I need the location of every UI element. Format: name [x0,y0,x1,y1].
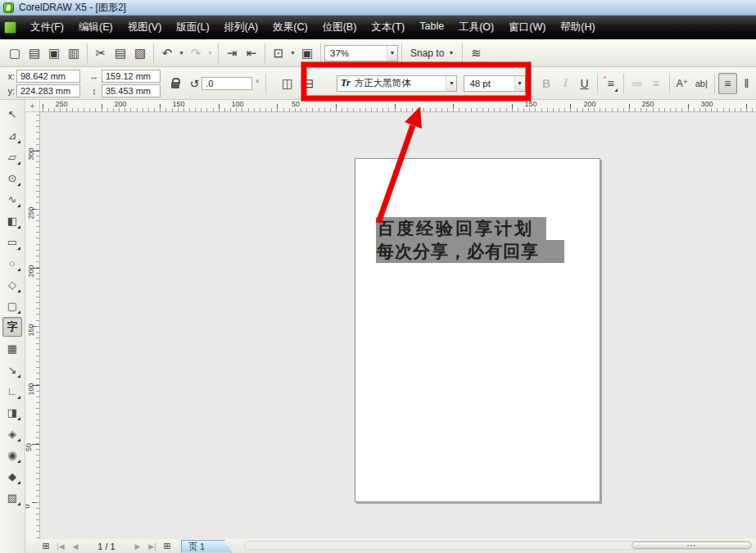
interactive-fill-tool[interactable]: ▨ [2,487,22,507]
snap-to-button[interactable]: Snap to ▼ [405,48,459,59]
smart-fill-tool[interactable]: ◧ [2,211,22,230]
font-size-combo[interactable]: 48 pt ▼ [464,75,525,92]
font-name-value: 方正大黑简体 [355,77,411,89]
zoom-level-combo[interactable]: 37% ▼ [324,45,398,61]
redo-icon[interactable]: ↷ [186,43,206,63]
title-bar: CorelDRAW X5 - [图形2] [0,0,756,16]
rotation-angle-field[interactable]: .0 [201,77,252,90]
mirror-horizontal-icon[interactable]: ◫ [278,74,297,93]
font-list-dropdown-icon[interactable]: ▼ [446,76,456,91]
blend-tool[interactable]: ◨ [2,402,22,422]
shape-tool[interactable]: ⊿ [2,125,22,145]
import-icon[interactable]: ⇥ [222,43,242,63]
text-alignment-button[interactable]: * ≡ [601,73,620,94]
bold-button[interactable]: B [537,73,556,94]
toolbar-separator [87,43,88,63]
menu-bar-items: 文件(F)编辑(E)视图(V)版面(L)排列(A)效果(C)位图(B)文本(T)… [23,16,603,39]
crop-tool[interactable]: ▱ [2,147,22,166]
polygon-tool[interactable]: ◇ [2,274,22,294]
last-page-icon[interactable]: ▶| [145,540,160,552]
edit-text-button[interactable]: ab| [692,73,711,94]
menu-item[interactable]: 文本(T) [364,16,412,39]
menu-item[interactable]: 帮助(H) [553,16,602,39]
font-size-dropdown-icon[interactable]: ▼ [514,76,525,91]
menu-item[interactable]: 视图(V) [120,16,170,39]
object-width-icon: ↔ [88,71,100,81]
zoom-dropdown-icon[interactable]: ▼ [387,46,397,61]
add-page-icon[interactable]: ⊞ [160,540,174,552]
object-height-field[interactable]: 35.453 mm [102,84,161,97]
ruler-origin[interactable]: + [25,100,40,112]
vertical-ruler[interactable]: millimeters 300250200150100500 [25,112,40,539]
menu-item[interactable]: 窗口(W) [501,16,553,39]
ruler-tick-label: 200 [583,100,595,108]
x-position-field[interactable]: 98.642 mm [16,70,80,83]
menu-item[interactable]: 编辑(E) [71,16,120,39]
bulleted-list-button[interactable]: ≔ [627,73,646,94]
new-document-icon[interactable]: ▢ [5,43,25,63]
export-icon[interactable]: ⇤ [242,43,261,63]
redo-dropdown-icon[interactable]: ▼ [206,43,215,63]
rectangle-tool[interactable]: ▭ [2,232,22,252]
text-tool[interactable]: 字 [2,317,22,337]
menu-item[interactable]: 排列(A) [217,16,266,39]
application-launcher-dropdown-icon[interactable]: ▼ [288,43,297,63]
horizontal-text-button[interactable]: ≡ [718,73,737,94]
open-icon[interactable]: ▤ [25,43,44,63]
options-icon[interactable]: ≋ [466,43,486,63]
pick-tool[interactable]: ↖ [2,104,22,124]
welcome-screen-icon[interactable]: ▣ [297,43,317,63]
toolbar-separator [218,43,219,63]
save-icon[interactable]: ▣ [44,43,64,63]
menu-item[interactable]: 效果(C) [265,16,315,39]
menu-item[interactable]: 版面(L) [169,16,216,39]
eyedropper-tool[interactable]: ◈ [2,424,22,443]
lock-ratio-button[interactable] [167,75,183,93]
y-position-field[interactable]: 224.283 mm [16,84,80,97]
ellipse-tool[interactable]: ○ [2,253,22,273]
drawing-canvas[interactable]: 百度经验回享计划 每次分享，必有回享 [40,112,756,539]
paste-icon[interactable]: ▧ [130,43,150,63]
undo-dropdown-icon[interactable]: ▼ [177,43,186,63]
dimension-tool[interactable]: ↘ [2,360,22,379]
selected-text-object[interactable]: 百度经验回享计划 每次分享，必有回享 [376,217,564,263]
add-page-icon[interactable]: ⊞ [38,540,53,552]
application-launcher-icon[interactable]: ⊡ [269,43,288,63]
y-label: y: [5,86,15,96]
basic-shapes-tool[interactable]: ▢ [2,296,22,315]
document-page[interactable]: 百度经验回享计划 每次分享，必有回享 [355,158,600,502]
horizontal-ruler[interactable]: 25020015010050150200250300 [40,100,756,112]
object-width-field[interactable]: 159.12 mm [102,70,161,83]
character-formatting-button[interactable]: A⁺ [672,73,691,94]
drop-cap-button[interactable]: ≡ [646,73,665,94]
menu-item[interactable]: Table [412,16,451,39]
undo-icon[interactable]: ↶ [157,43,177,63]
cut-icon[interactable]: ✂ [91,43,111,63]
vertical-text-button[interactable]: ‖ [737,73,756,94]
italic-button[interactable]: I [556,73,575,94]
freehand-tool[interactable]: ∿ [2,189,22,209]
menu-item[interactable]: 工具(O) [451,16,501,39]
ruler-tick-label: 50 [25,443,33,451]
outline-pen-tool[interactable]: ◉ [2,445,22,465]
print-icon[interactable]: ▥ [64,43,84,63]
connector-tool[interactable]: ∟ [2,381,22,401]
next-page-icon[interactable]: ▶ [130,540,145,552]
ruler-tick-label: 150 [524,100,536,108]
menu-item[interactable]: 文件(F) [23,16,71,39]
underline-button[interactable]: U [575,73,594,94]
horizontal-scrollbar[interactable] [244,541,752,550]
copy-icon[interactable]: ▤ [111,43,130,63]
fill-tool[interactable]: ◆ [2,466,22,486]
font-list-combo[interactable]: Tr 方正大黑简体 ▼ [337,75,457,92]
table-tool[interactable]: ▦ [2,338,22,358]
first-page-icon[interactable]: |◀ [53,540,68,552]
previous-page-icon[interactable]: ◀ [68,540,83,552]
alignment-icon: ≡ [608,77,614,90]
menu-item[interactable]: 位图(B) [315,16,364,39]
status-bar: ⊞ |◀ ◀ 1 / 1 ▶ ▶| ⊞ 页 1 [25,539,756,553]
page-tab[interactable]: 页 1 [181,540,232,553]
mirror-vertical-icon[interactable]: ⊟ [299,74,319,93]
horizontal-scrollbar-thumb[interactable] [632,542,751,549]
zoom-tool[interactable]: ⊙ [2,168,22,188]
